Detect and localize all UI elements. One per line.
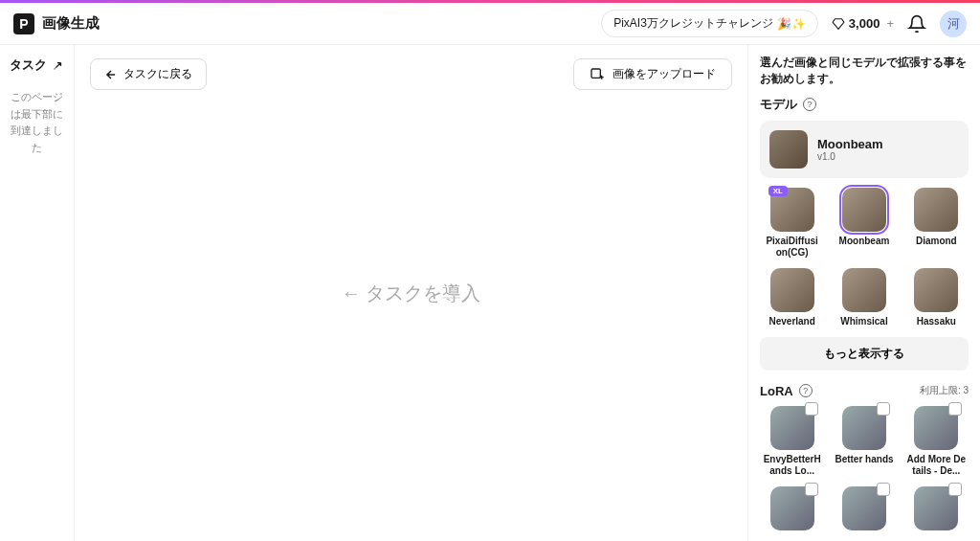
left-title-row: タスク	[8, 56, 66, 74]
lora-item[interactable]	[904, 486, 969, 534]
challenge-pill[interactable]: PixAI3万クレジットチャレンジ 🎉✨	[601, 10, 818, 37]
show-more-button[interactable]: もっと表示する	[760, 337, 969, 371]
model-thumb	[842, 188, 886, 232]
center-hint-text: ← タスクを導入	[342, 281, 481, 306]
app-title: 画像生成	[42, 14, 100, 33]
lora-section-title: LoRA	[760, 384, 793, 398]
model-grid: XL PixaiDiffusion(CG) Moonbeam Diamond N…	[760, 188, 969, 327]
model-item-diamond[interactable]: Diamond	[904, 188, 969, 259]
model-item-moonbeam[interactable]: Moonbeam	[832, 188, 896, 259]
model-item-hassaku[interactable]: Hassaku	[904, 268, 969, 327]
logo-icon[interactable]: P	[13, 13, 34, 34]
upload-image-icon	[590, 67, 605, 82]
credits-add-icon[interactable]: +	[886, 16, 894, 31]
sidebar-title: タスク	[10, 56, 47, 74]
arrow-left-icon	[104, 68, 118, 81]
lora-thumb	[914, 406, 958, 450]
right-panel-note: 選んだ画像と同じモデルで拡張する事をお勧めします。	[760, 55, 969, 88]
avatar[interactable]: 河	[940, 11, 967, 37]
lora-thumb	[770, 406, 814, 450]
back-to-task-button[interactable]: タスクに戻る	[90, 58, 207, 90]
credits-display[interactable]: 3,000 +	[832, 16, 894, 31]
checkbox-icon[interactable]	[948, 402, 962, 416]
lora-section-header: LoRA ? 利用上限: 3	[760, 384, 969, 398]
model-thumb: XL	[770, 188, 814, 232]
checkbox-icon[interactable]	[805, 402, 818, 416]
right-panel: 選んだ画像と同じモデルで拡張する事をお勧めします。 モデル ? Moonbeam…	[748, 45, 980, 541]
header-right: PixAI3万クレジットチャレンジ 🎉✨ 3,000 + 河	[601, 10, 967, 37]
back-button-label: タスクに戻る	[123, 66, 192, 82]
main-layout: タスク このページは最下部に到達しました タスクに戻る 画像をアップロード ← …	[0, 45, 980, 541]
upload-image-button[interactable]: 画像をアップロード	[573, 58, 732, 90]
model-label: Hassaku	[917, 316, 956, 327]
lora-item[interactable]	[832, 486, 896, 534]
credits-value: 3,000	[849, 16, 880, 31]
checkbox-icon[interactable]	[877, 402, 890, 416]
left-sidebar: タスク このページは最下部に到達しました	[0, 45, 75, 541]
svg-rect-0	[591, 69, 600, 78]
checkbox-icon[interactable]	[805, 483, 818, 496]
checkbox-icon[interactable]	[877, 483, 890, 496]
center-toolbar: タスクに戻る 画像をアップロード	[90, 58, 732, 90]
help-icon[interactable]: ?	[803, 98, 816, 111]
model-label: Moonbeam	[839, 236, 890, 247]
upload-button-label: 画像をアップロード	[612, 66, 716, 82]
lora-thumb	[770, 486, 814, 530]
lora-label: Add More Details - De...	[905, 454, 967, 477]
center-pane: タスクに戻る 画像をアップロード ← タスクを導入	[75, 45, 748, 541]
header-left: P 画像生成	[13, 13, 100, 34]
sidebar-message: このページは最下部に到達しました	[8, 89, 66, 156]
model-item-whimsical[interactable]: Whimsical	[832, 268, 896, 327]
lora-item[interactable]: Better hands	[832, 406, 896, 477]
diamond-icon	[832, 17, 845, 31]
lora-label: EnvyBetterHands Lo...	[762, 454, 823, 477]
model-thumb	[914, 188, 958, 232]
lora-thumb	[914, 486, 958, 530]
expand-icon[interactable]	[53, 59, 64, 71]
challenge-text: PixAI3万クレジットチャレンジ	[613, 15, 773, 32]
model-label: Diamond	[916, 236, 957, 247]
checkbox-icon[interactable]	[948, 483, 962, 496]
model-thumb	[842, 268, 886, 312]
featured-model-card[interactable]: Moonbeam v1.0	[760, 121, 969, 178]
model-label: Neverland	[768, 316, 814, 327]
lora-item[interactable]	[760, 486, 824, 534]
model-item-pixaidiffusion[interactable]: XL PixaiDiffusion(CG)	[760, 188, 824, 259]
featured-model-thumb	[769, 130, 808, 169]
lora-label: Better hands	[835, 454, 893, 465]
xl-badge: XL	[768, 186, 788, 196]
help-icon[interactable]: ?	[799, 384, 813, 397]
lora-thumb	[842, 486, 886, 530]
lora-limit-text: 利用上限: 3	[920, 384, 969, 397]
lora-thumb	[842, 406, 886, 450]
featured-model-info: Moonbeam v1.0	[817, 137, 883, 162]
model-section-title: モデル	[760, 96, 797, 113]
lora-item[interactable]: EnvyBetterHands Lo...	[760, 406, 824, 477]
featured-model-name: Moonbeam	[817, 137, 883, 151]
lora-grid: EnvyBetterHands Lo... Better hands Add M…	[760, 406, 969, 534]
model-item-neverland[interactable]: Neverland	[760, 268, 824, 327]
model-thumb	[770, 268, 814, 312]
challenge-emoji-icon: 🎉✨	[777, 17, 806, 31]
model-label: Whimsical	[840, 316, 887, 327]
model-label: PixaiDiffusion(CG)	[764, 236, 821, 259]
model-thumb	[914, 268, 958, 312]
bell-icon[interactable]	[907, 14, 926, 34]
model-section-header: モデル ?	[760, 96, 969, 113]
app-header: P 画像生成 PixAI3万クレジットチャレンジ 🎉✨ 3,000 + 河	[0, 3, 980, 45]
featured-model-version: v1.0	[817, 151, 883, 162]
lora-item[interactable]: Add More Details - De...	[904, 406, 969, 477]
lora-title-row: LoRA ?	[760, 384, 813, 398]
